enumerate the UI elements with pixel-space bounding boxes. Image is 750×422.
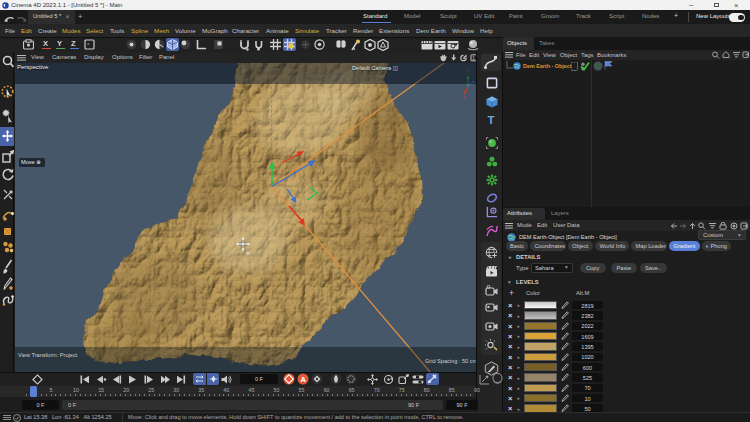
svg-text:1: 1 xyxy=(472,55,475,60)
svg-text:°: ° xyxy=(87,42,90,48)
svg-text:A: A xyxy=(300,375,306,384)
svg-text:X: X xyxy=(462,94,466,100)
